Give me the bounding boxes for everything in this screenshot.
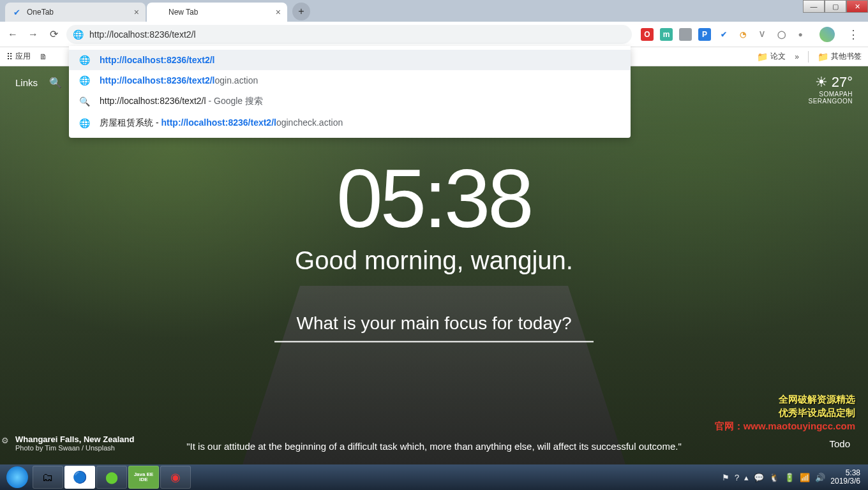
windows-taskbar: 🗂 🔵 ⬤ Java EEIDE ◉ ⚑ ? ▴ 💬 🐧 🔋 📶 🔊 5:38 … xyxy=(0,464,868,490)
taskbar-explorer[interactable]: 🗂 xyxy=(33,466,63,489)
suggestion-text: http://localhost:8236/text2/l xyxy=(100,55,214,65)
promo-overlay: 全网破解资源精选 优秀毕设成品定制 官网：www.maotouyingcc.co… xyxy=(715,392,855,433)
bookmark-item[interactable]: 🗎 xyxy=(40,52,47,61)
taskbar-javaee-ide[interactable]: Java EEIDE xyxy=(128,466,159,489)
onetab-favicon: ✔ xyxy=(11,7,22,17)
taskbar-app-green[interactable]: ⬤ xyxy=(96,466,127,489)
photo-byline: Photo by Tim Swaan / Unsplash xyxy=(15,444,134,452)
folder-label: 其他书签 xyxy=(831,51,862,62)
tray-clock[interactable]: 5:38 2019/3/6 xyxy=(830,469,860,486)
extension-icon[interactable]: P xyxy=(698,28,711,41)
extension-icon[interactable] xyxy=(679,28,692,41)
focus-question: What is your main focus for today? xyxy=(0,313,868,334)
back-button[interactable]: ← xyxy=(5,27,20,42)
folder-icon: 📁 xyxy=(818,52,828,62)
suggestion-text: http://localhost:8236/text2/login.action xyxy=(100,75,258,85)
search-icon: 🔍 xyxy=(79,96,89,107)
tab-onetab[interactable]: ✔ OneTab × xyxy=(5,3,146,22)
omnibox-suggestions: 🌐http://localhost:8236/text2/l🌐http://lo… xyxy=(69,46,631,138)
weather-location-2: SERANGOON xyxy=(808,98,853,105)
tray-volume-icon[interactable]: 🔊 xyxy=(815,473,825,482)
apps-shortcut[interactable]: ⠿ 应用 xyxy=(6,51,31,62)
tray-icon[interactable]: 🔋 xyxy=(784,473,795,482)
newtab-favicon xyxy=(153,7,163,17)
photo-credit[interactable]: Whangarei Falls, New Zealand Photo by Ti… xyxy=(15,434,134,452)
extension-icon[interactable]: ● xyxy=(794,28,807,41)
address-bar[interactable] xyxy=(66,25,632,44)
apps-label: 应用 xyxy=(15,51,31,62)
tab-title: New Tab xyxy=(168,8,198,17)
globe-icon: 🌐 xyxy=(79,55,89,65)
tray-icon[interactable]: 🐧 xyxy=(769,473,779,482)
promo-line-1: 全网破解资源精选 xyxy=(715,392,855,406)
suggestion-text: http://localhost:8236/text2/l - Google 搜… xyxy=(100,96,263,107)
page-icon: 🗎 xyxy=(40,52,47,61)
clock: 05:38 xyxy=(0,157,868,240)
tray-icon[interactable]: ⚑ xyxy=(722,473,730,482)
sun-icon: ☀ xyxy=(815,74,828,91)
globe-icon: 🌐 xyxy=(79,118,89,128)
weather-widget[interactable]: ☀27° SOMAPAH SERANGOON xyxy=(808,74,853,105)
close-icon[interactable]: × xyxy=(134,7,139,17)
promo-url: www.maotouyingcc.com xyxy=(744,420,855,431)
promo-label: 官网： xyxy=(715,420,744,431)
extension-icon[interactable]: ◔ xyxy=(737,28,749,41)
tray-icon[interactable]: ? xyxy=(735,473,739,482)
tray-icon[interactable]: 📶 xyxy=(800,473,810,482)
omnibox-suggestion[interactable]: 🌐http://localhost:8236/text2/l xyxy=(69,50,631,70)
forward-button[interactable]: → xyxy=(26,27,41,42)
bookmark-folder-lunwen[interactable]: 📁 论文 xyxy=(757,51,786,62)
tab-title: OneTab xyxy=(27,8,54,17)
tab-new-tab[interactable]: New Tab × xyxy=(147,3,287,22)
suggestion-text: 房屋租赁系统 - http://localhost:8236/text2/log… xyxy=(100,117,343,129)
weather-location-1: SOMAPAH xyxy=(808,91,853,98)
profile-avatar[interactable] xyxy=(819,27,835,42)
tray-icon[interactable]: 💬 xyxy=(754,473,764,482)
extension-icon[interactable]: ◯ xyxy=(775,28,788,41)
tray-icon[interactable]: ▴ xyxy=(744,473,749,482)
omnibox-suggestion[interactable]: 🌐房屋租赁系统 - http://localhost:8236/text2/lo… xyxy=(69,112,631,134)
folder-label: 论文 xyxy=(770,51,786,62)
site-info-icon[interactable]: 🌐 xyxy=(73,29,84,40)
greeting: Good morning, wangjun. xyxy=(0,246,868,275)
daily-quote: "It is our attitude at the beginning of … xyxy=(174,441,694,452)
reload-button[interactable]: ⟳ xyxy=(46,27,61,42)
system-tray: ⚑ ? ▴ 💬 🐧 🔋 📶 🔊 5:38 2019/3/6 xyxy=(722,469,865,486)
extension-icon[interactable]: V xyxy=(756,28,768,41)
chrome-menu-button[interactable]: ⋮ xyxy=(844,27,863,41)
omnibox-suggestion[interactable]: 🔍http://localhost:8236/text2/l - Google … xyxy=(69,91,631,112)
window-minimize-button[interactable]: — xyxy=(803,0,825,13)
globe-icon: 🌐 xyxy=(79,75,89,85)
start-button[interactable] xyxy=(6,466,28,488)
new-tab-button[interactable]: + xyxy=(292,3,310,20)
taskbar-chrome[interactable]: 🔵 xyxy=(64,466,95,489)
links-button[interactable]: Links xyxy=(15,77,38,88)
search-icon[interactable]: 🔍 xyxy=(49,77,62,89)
extension-icon[interactable]: O xyxy=(641,28,654,41)
folder-icon: 📁 xyxy=(757,52,768,62)
extension-icon[interactable]: ✔ xyxy=(717,28,730,41)
bookmarks-overflow[interactable]: » xyxy=(795,52,799,61)
omnibox-suggestion[interactable]: 🌐http://localhost:8236/text2/login.actio… xyxy=(69,70,631,91)
photo-location: Whangarei Falls, New Zealand xyxy=(15,434,134,444)
window-maximize-button[interactable]: ▢ xyxy=(825,0,846,13)
taskbar-record[interactable]: ◉ xyxy=(160,466,191,489)
tray-date: 2019/3/6 xyxy=(830,477,860,486)
extension-icon[interactable]: m xyxy=(660,28,673,41)
close-icon[interactable]: × xyxy=(276,7,281,17)
weather-temp: 27° xyxy=(832,74,853,91)
tab-strip: ✔ OneTab × New Tab × + xyxy=(0,0,868,22)
toolbar: ← → ⟳ 🌐 OmP✔◔V◯● ⋮ xyxy=(0,22,868,47)
todo-button[interactable]: Todo xyxy=(829,438,850,449)
apps-icon: ⠿ xyxy=(6,52,13,62)
bookmark-folder-other[interactable]: 📁 其他书签 xyxy=(818,51,862,62)
focus-input-underline[interactable] xyxy=(274,341,594,343)
extension-icons: OmP✔◔V◯● xyxy=(637,28,811,41)
window-close-button[interactable]: ✕ xyxy=(846,0,868,13)
promo-line-2: 优秀毕设成品定制 xyxy=(715,406,855,419)
